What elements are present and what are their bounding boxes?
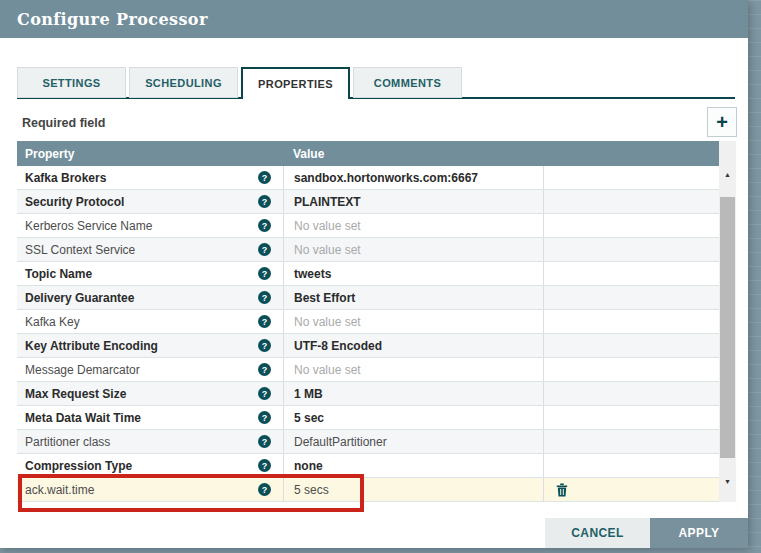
- property-value[interactable]: No value set: [283, 310, 543, 333]
- table-row: Delivery Guarantee?Best Effort: [17, 286, 719, 310]
- help-icon[interactable]: ?: [258, 291, 271, 304]
- property-name: Max Request Size: [25, 387, 126, 401]
- property-name: Message Demarcator: [25, 363, 140, 377]
- row-actions-cell: [543, 478, 719, 501]
- table-row: Meta Data Wait Time?5 sec: [17, 406, 719, 430]
- table-row: Topic Name?tweets: [17, 262, 719, 286]
- row-actions-cell: [543, 214, 719, 237]
- help-icon[interactable]: ?: [258, 387, 271, 400]
- delete-icon[interactable]: [556, 483, 568, 497]
- tab-scheduling[interactable]: SCHEDULING: [129, 67, 238, 98]
- property-value[interactable]: DefaultPartitioner: [283, 430, 543, 453]
- property-value[interactable]: sandbox.hortonworks.com:6667: [283, 166, 543, 189]
- help-icon[interactable]: ?: [258, 315, 271, 328]
- row-actions-cell: [543, 190, 719, 213]
- row-actions-cell: [543, 262, 719, 285]
- property-value[interactable]: No value set: [283, 238, 543, 261]
- help-icon[interactable]: ?: [258, 459, 271, 472]
- property-value[interactable]: No value set: [283, 214, 543, 237]
- properties-table-body: Kafka Brokers?sandbox.hortonworks.com:66…: [17, 166, 719, 502]
- property-name-cell: Message Demarcator?: [17, 358, 283, 381]
- property-name: Compression Type: [25, 459, 132, 473]
- property-name: SSL Context Service: [25, 243, 135, 257]
- row-actions-cell: [543, 238, 719, 261]
- table-row: Partitioner class?DefaultPartitioner: [17, 430, 719, 454]
- property-name-cell: Security Protocol?: [17, 190, 283, 213]
- properties-table: Property Value Kafka Brokers?sandbox.hor…: [17, 141, 736, 502]
- row-actions-cell: [543, 430, 719, 453]
- property-name-cell: Compression Type?: [17, 454, 283, 477]
- row-actions-cell: [543, 334, 719, 357]
- table-row: Kafka Key?No value set: [17, 310, 719, 334]
- property-name-cell: Key Attribute Encoding?: [17, 334, 283, 357]
- required-field-label: Required field: [22, 116, 105, 130]
- property-name-cell: Kerberos Service Name?: [17, 214, 283, 237]
- row-actions-cell: [543, 166, 719, 189]
- property-name: Key Attribute Encoding: [25, 339, 158, 353]
- scroll-down-icon[interactable]: ▼: [719, 474, 736, 488]
- property-name: Security Protocol: [25, 195, 124, 209]
- property-name-cell: Delivery Guarantee?: [17, 286, 283, 309]
- property-name: Kafka Key: [25, 315, 80, 329]
- property-value[interactable]: 5 secs: [283, 478, 543, 501]
- property-value[interactable]: 1 MB: [283, 382, 543, 405]
- property-name: Delivery Guarantee: [25, 291, 134, 305]
- property-name: Kafka Brokers: [25, 171, 106, 185]
- table-row: ack.wait.time?5 secs: [17, 478, 719, 502]
- help-icon[interactable]: ?: [258, 267, 271, 280]
- help-icon[interactable]: ?: [258, 195, 271, 208]
- column-header-property: Property: [17, 147, 283, 161]
- table-row: Compression Type?none: [17, 454, 719, 478]
- property-name: Topic Name: [25, 267, 92, 281]
- row-actions-cell: [543, 382, 719, 405]
- help-icon[interactable]: ?: [258, 243, 271, 256]
- property-name: Kerberos Service Name: [25, 219, 152, 233]
- property-name-cell: Kafka Brokers?: [17, 166, 283, 189]
- help-icon[interactable]: ?: [258, 363, 271, 376]
- property-name: Meta Data Wait Time: [25, 411, 141, 425]
- help-icon[interactable]: ?: [258, 411, 271, 424]
- row-actions-cell: [543, 286, 719, 309]
- tab-properties[interactable]: PROPERTIES: [241, 67, 350, 99]
- tab-bar: SETTINGS SCHEDULING PROPERTIES COMMENTS: [17, 67, 465, 99]
- dialog-title: Configure Processor: [0, 10, 208, 29]
- table-row: Key Attribute Encoding?UTF-8 Encoded: [17, 334, 719, 358]
- property-name: Partitioner class: [25, 435, 110, 449]
- property-value[interactable]: UTF-8 Encoded: [283, 334, 543, 357]
- table-row: Security Protocol?PLAINTEXT: [17, 190, 719, 214]
- table-row: SSL Context Service?No value set: [17, 238, 719, 262]
- property-name-cell: Max Request Size?: [17, 382, 283, 405]
- table-row: Max Request Size?1 MB: [17, 382, 719, 406]
- cancel-button[interactable]: CANCEL: [545, 518, 650, 548]
- property-value[interactable]: 5 sec: [283, 406, 543, 429]
- table-row: Message Demarcator?No value set: [17, 358, 719, 382]
- help-icon[interactable]: ?: [258, 171, 271, 184]
- help-icon[interactable]: ?: [258, 435, 271, 448]
- help-icon[interactable]: ?: [258, 339, 271, 352]
- property-name-cell: Topic Name?: [17, 262, 283, 285]
- table-header-row: Property Value: [17, 141, 719, 166]
- row-actions-cell: [543, 310, 719, 333]
- table-scrollbar[interactable]: ▲ ▼: [719, 141, 736, 502]
- property-name-cell: Kafka Key?: [17, 310, 283, 333]
- tab-settings[interactable]: SETTINGS: [17, 67, 126, 98]
- dialog-header: Configure Processor: [0, 0, 748, 38]
- property-name: ack.wait.time: [25, 483, 94, 497]
- add-property-button[interactable]: +: [707, 107, 737, 137]
- property-value[interactable]: PLAINTEXT: [283, 190, 543, 213]
- help-icon[interactable]: ?: [258, 219, 271, 232]
- property-name-cell: Partitioner class?: [17, 430, 283, 453]
- property-value[interactable]: tweets: [283, 262, 543, 285]
- row-actions-cell: [543, 406, 719, 429]
- property-value[interactable]: Best Effort: [283, 286, 543, 309]
- apply-button[interactable]: APPLY: [650, 518, 748, 548]
- help-icon[interactable]: ?: [258, 483, 271, 496]
- property-value[interactable]: No value set: [283, 358, 543, 381]
- row-actions-cell: [543, 358, 719, 381]
- table-row: Kerberos Service Name?No value set: [17, 214, 719, 238]
- scrollbar-thumb[interactable]: [720, 197, 735, 458]
- property-value[interactable]: none: [283, 454, 543, 477]
- tab-comments[interactable]: COMMENTS: [353, 67, 462, 98]
- property-name-cell: Meta Data Wait Time?: [17, 406, 283, 429]
- scroll-up-icon[interactable]: ▲: [719, 167, 736, 181]
